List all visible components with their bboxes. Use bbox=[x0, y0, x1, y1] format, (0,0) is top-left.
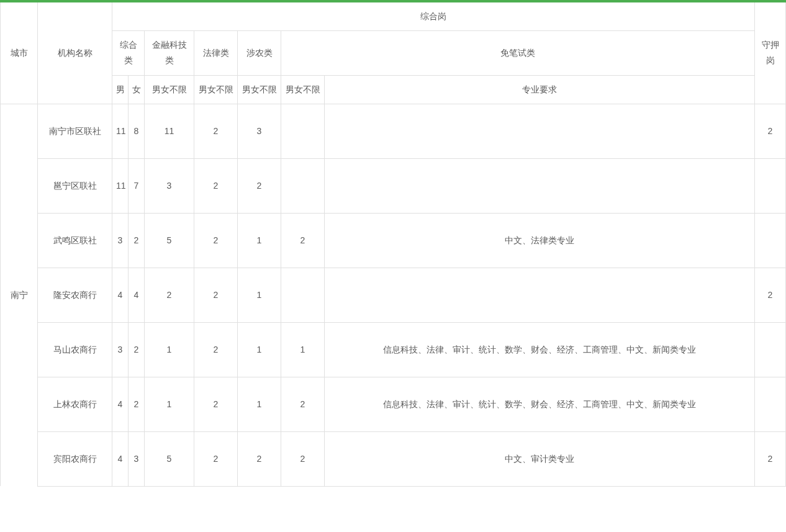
org-cell: 武鸣区联社 bbox=[38, 213, 112, 268]
male-cell: 4 bbox=[112, 431, 129, 486]
female-cell: 2 bbox=[129, 213, 145, 268]
table-row: 上林农商行421212信息科技、法律、审计、统计、数学、财会、经济、工商管理、中… bbox=[1, 377, 786, 431]
female-cell: 7 bbox=[129, 158, 145, 213]
table-row: 宾阳农商行435222中文、审计类专业2 bbox=[1, 431, 786, 486]
requirement-cell bbox=[325, 158, 755, 213]
header-law-unlimited: 男女不限 bbox=[194, 75, 238, 104]
org-cell: 邕宁区联社 bbox=[38, 158, 112, 213]
header-requirement: 专业要求 bbox=[325, 75, 755, 104]
org-cell: 隆安农商行 bbox=[38, 268, 112, 322]
table-row: 邕宁区联社117322 bbox=[1, 158, 786, 213]
header-exempt-unlimited: 男女不限 bbox=[281, 75, 325, 104]
fintech-cell: 5 bbox=[145, 431, 194, 486]
agri-cell: 1 bbox=[238, 377, 281, 431]
org-cell: 南宁市区联社 bbox=[38, 104, 112, 158]
male-cell: 3 bbox=[112, 213, 129, 268]
header-org: 机构名称 bbox=[38, 2, 112, 104]
fintech-cell: 2 bbox=[145, 268, 194, 322]
female-cell: 4 bbox=[129, 268, 145, 322]
guard-cell: 2 bbox=[755, 268, 786, 322]
male-cell: 4 bbox=[112, 377, 129, 431]
table-body: 南宁南宁市区联社11811232邕宁区联社117322武鸣区联社325212中文… bbox=[1, 104, 786, 486]
exempt-num-cell bbox=[281, 268, 325, 322]
requirement-cell: 中文、法律类专业 bbox=[325, 213, 755, 268]
header-city: 城市 bbox=[1, 2, 38, 104]
header-agri-unlimited: 男女不限 bbox=[238, 75, 281, 104]
agri-cell: 3 bbox=[238, 104, 281, 158]
requirement-cell: 信息科技、法律、审计、统计、数学、财会、经济、工商管理、中文、新闻类专业 bbox=[325, 377, 755, 431]
header-agri-cat: 涉农类 bbox=[238, 31, 281, 75]
guard-cell bbox=[755, 158, 786, 213]
fintech-cell: 1 bbox=[145, 377, 194, 431]
male-cell: 11 bbox=[112, 104, 129, 158]
guard-cell bbox=[755, 213, 786, 268]
city-cell: 南宁 bbox=[1, 104, 38, 486]
exempt-num-cell: 1 bbox=[281, 322, 325, 377]
header-law-cat: 法律类 bbox=[194, 31, 238, 75]
header-comprehensive-cat: 综合类 bbox=[112, 31, 145, 75]
table-header: 城市 机构名称 综合岗 守押岗 综合类 金融科技类 法律类 涉农类 免笔试类 男… bbox=[1, 2, 786, 104]
agri-cell: 2 bbox=[238, 158, 281, 213]
law-cell: 2 bbox=[194, 322, 238, 377]
law-cell: 2 bbox=[194, 268, 238, 322]
exempt-num-cell: 2 bbox=[281, 431, 325, 486]
guard-cell: 2 bbox=[755, 431, 786, 486]
female-cell: 2 bbox=[129, 377, 145, 431]
requirement-cell bbox=[325, 104, 755, 158]
table-row: 南宁南宁市区联社11811232 bbox=[1, 104, 786, 158]
header-female: 女 bbox=[129, 75, 145, 104]
female-cell: 2 bbox=[129, 322, 145, 377]
exempt-num-cell: 2 bbox=[281, 213, 325, 268]
law-cell: 2 bbox=[194, 213, 238, 268]
exempt-num-cell: 2 bbox=[281, 377, 325, 431]
org-cell: 宾阳农商行 bbox=[38, 431, 112, 486]
org-cell: 马山农商行 bbox=[38, 322, 112, 377]
fintech-cell: 1 bbox=[145, 322, 194, 377]
header-fintech-unlimited: 男女不限 bbox=[145, 75, 194, 104]
header-comprehensive-post: 综合岗 bbox=[112, 2, 755, 31]
org-cell: 上林农商行 bbox=[38, 377, 112, 431]
female-cell: 3 bbox=[129, 431, 145, 486]
header-fintech-cat: 金融科技类 bbox=[145, 31, 194, 75]
fintech-cell: 11 bbox=[145, 104, 194, 158]
agri-cell: 1 bbox=[238, 322, 281, 377]
law-cell: 2 bbox=[194, 377, 238, 431]
requirement-cell: 信息科技、法律、审计、统计、数学、财会、经济、工商管理、中文、新闻类专业 bbox=[325, 322, 755, 377]
female-cell: 8 bbox=[129, 104, 145, 158]
recruitment-table: 城市 机构名称 综合岗 守押岗 综合类 金融科技类 法律类 涉农类 免笔试类 男… bbox=[0, 1, 786, 487]
exempt-num-cell bbox=[281, 158, 325, 213]
law-cell: 2 bbox=[194, 104, 238, 158]
agri-cell: 1 bbox=[238, 213, 281, 268]
exempt-num-cell bbox=[281, 104, 325, 158]
requirement-cell: 中文、审计类专业 bbox=[325, 431, 755, 486]
header-guard-post: 守押岗 bbox=[755, 2, 786, 104]
guard-cell: 2 bbox=[755, 104, 786, 158]
header-male: 男 bbox=[112, 75, 129, 104]
male-cell: 3 bbox=[112, 322, 129, 377]
male-cell: 11 bbox=[112, 158, 129, 213]
agri-cell: 2 bbox=[238, 431, 281, 486]
requirement-cell bbox=[325, 268, 755, 322]
guard-cell bbox=[755, 377, 786, 431]
table-row: 马山农商行321211信息科技、法律、审计、统计、数学、财会、经济、工商管理、中… bbox=[1, 322, 786, 377]
table-row: 武鸣区联社325212中文、法律类专业 bbox=[1, 213, 786, 268]
law-cell: 2 bbox=[194, 158, 238, 213]
recruitment-table-wrapper: 城市 机构名称 综合岗 守押岗 综合类 金融科技类 法律类 涉农类 免笔试类 男… bbox=[0, 0, 786, 487]
table-row: 隆安农商行442212 bbox=[1, 268, 786, 322]
fintech-cell: 3 bbox=[145, 158, 194, 213]
agri-cell: 1 bbox=[238, 268, 281, 322]
law-cell: 2 bbox=[194, 431, 238, 486]
guard-cell bbox=[755, 322, 786, 377]
fintech-cell: 5 bbox=[145, 213, 194, 268]
header-exempt-cat: 免笔试类 bbox=[281, 31, 755, 75]
male-cell: 4 bbox=[112, 268, 129, 322]
